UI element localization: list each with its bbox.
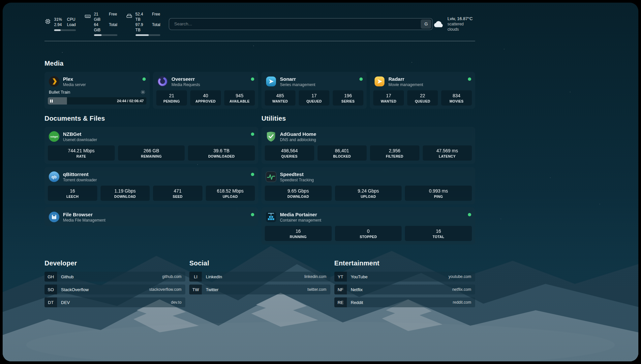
playback-time: 24:44 / 02:06:47	[117, 99, 146, 103]
stat-label: RUNNING	[266, 235, 330, 239]
stat-value: 9.24 Gbps	[336, 188, 401, 194]
stat-value: 21	[158, 93, 186, 98]
bookmark-name: Reddit	[347, 300, 363, 305]
service-card-portainer[interactable]: Media Portainer Container management 16 …	[261, 207, 475, 244]
stats-row: 21 PENDING 40 APPROVED 945 AVAILABLE	[156, 90, 255, 106]
bookmark-name: Github	[57, 274, 74, 279]
header-divider	[45, 41, 475, 41]
service-subtitle: Usenet downloader	[63, 137, 97, 142]
stat-queued: 22 QUEUED	[407, 90, 438, 106]
stat-value: 0	[336, 228, 401, 234]
service-name: NZBGet	[63, 131, 97, 137]
stat-value: 17	[300, 93, 328, 98]
bookmark-name: StackOverflow	[57, 287, 89, 292]
bookmark-dev[interactable]: DT DEV dev.to	[45, 297, 185, 307]
service-card-plex[interactable]: Plex Media server Bullet Train	[45, 72, 150, 109]
status-dot	[142, 77, 146, 81]
stat-value: 47.569 ms	[424, 148, 471, 153]
stat-value: 16	[266, 228, 330, 234]
service-card-radarr[interactable]: Radarr Movie management 17 WANTED 22 QUE…	[370, 72, 475, 109]
disk-progress-fill	[136, 34, 149, 36]
search-bar: G	[169, 18, 433, 30]
service-card-qbittorrent[interactable]: qb qBittorrent Torrent downloader 16	[45, 167, 258, 204]
section-developer: Developer GH Github github.com SO StackO…	[45, 259, 185, 307]
service-name: Overseerr	[171, 76, 200, 82]
stat-value: 485	[266, 93, 294, 98]
stat-label: REMAINING	[119, 154, 184, 158]
stat-value: 17	[375, 93, 403, 98]
status-dot	[468, 77, 471, 81]
plex-icon	[48, 76, 60, 87]
memory-free-value: 21 GiB	[94, 12, 104, 22]
service-subtitle: Media Requests	[171, 82, 200, 87]
service-card-adguard[interactable]: AdGuard Home DNS and adblocking 498,564 …	[261, 127, 475, 164]
sonarr-icon	[265, 76, 277, 87]
bookmark-abbr: DT	[45, 297, 57, 307]
stat-value: 1.19 Gbps	[102, 188, 149, 194]
stat-label: WANTED	[266, 99, 294, 103]
status-dot	[251, 133, 254, 136]
bookmark-stackoverflow[interactable]: SO StackOverflow stackoverflow.com	[45, 285, 185, 294]
service-name: Speedtest	[280, 171, 314, 177]
section-title-documents: Documents & Files	[45, 115, 258, 122]
bookmark-youtube[interactable]: YT YouTube youtube.com	[334, 272, 475, 282]
bookmark-reddit[interactable]: RE Reddit reddit.com	[334, 297, 475, 307]
bookmark-url: dev.to	[171, 300, 186, 305]
bookmark-url: reddit.com	[453, 300, 475, 305]
stat-download: 1.19 Gbps DOWNLOAD	[101, 186, 150, 201]
cpu-icon	[45, 18, 51, 25]
top-bar: 31% CPU 2.94 Load	[45, 12, 475, 36]
stat-value: 9.65 Gbps	[266, 188, 330, 194]
bookmark-abbr: LI	[189, 272, 202, 282]
stat-wanted: 17 WANTED	[373, 90, 404, 106]
stat-value: 196	[334, 93, 362, 98]
settings-icon[interactable]	[140, 90, 145, 95]
bookmark-github[interactable]: GH Github github.com	[45, 272, 185, 282]
service-text: Media Portainer Container management	[280, 212, 321, 223]
bookmark-netflix[interactable]: NF Netflix netflix.com	[334, 285, 475, 294]
card-header: Media Portainer Container management	[265, 211, 472, 223]
stat-label: DOWNLOAD	[266, 195, 330, 198]
service-card-nzbget[interactable]: nzbget NZBGet Usenet downloader 744.21 M…	[45, 127, 258, 164]
service-card-overseerr[interactable]: Overseerr Media Requests 21 PENDING 40 A…	[153, 72, 258, 109]
stat-label: RATE	[49, 154, 113, 158]
stat-label: SERIES	[334, 99, 362, 103]
stat-wanted: 485 WANTED	[265, 90, 295, 106]
stat-value: 0.993 ms	[406, 188, 471, 194]
stat-label: LEECH	[49, 195, 96, 198]
stat-downloaded: 39.6 TB DOWNLOADED	[188, 145, 255, 161]
service-card-sonarr[interactable]: Sonarr Series management 485 WANTED 17 Q…	[261, 72, 367, 109]
service-text: qBittorrent Torrent downloader	[63, 171, 97, 182]
service-subtitle: Media File Management	[63, 218, 106, 223]
service-card-filebrowser[interactable]: File Browser Media File Management	[45, 207, 258, 226]
disk-icon	[126, 13, 133, 19]
disk-label-bottom: Total	[152, 22, 160, 33]
stat-label: UPLOAD	[207, 195, 254, 198]
bookmark-twitter[interactable]: TW Twitter twitter.com	[189, 285, 330, 294]
snow-particles	[3, 3, 3, 3]
bookmark-url: stackoverflow.com	[149, 287, 185, 292]
cpu-progress-bar	[54, 29, 76, 31]
bookmark-abbr: GH	[45, 272, 57, 282]
stat-movies: 834 MOVIES	[441, 90, 472, 106]
service-card-speedtest[interactable]: Speedtest Speedtest Tracking 9.65 Gbps D…	[261, 167, 475, 204]
bookmark-name: LinkedIn	[202, 274, 222, 279]
memory-progress-bar	[94, 34, 117, 36]
stat-value: 40	[192, 93, 220, 98]
service-subtitle: DNS and adblocking	[280, 137, 316, 142]
bookmark-linkedin[interactable]: LI LinkedIn linkedin.com	[189, 272, 330, 282]
section-title-social: Social	[189, 259, 330, 267]
stat-label: DOWNLOADED	[189, 154, 254, 158]
resource-monitors: 31% CPU 2.94 Load	[45, 12, 160, 36]
stat-value: 945	[226, 93, 254, 98]
disk-monitor: 52.4 TB Free 97.9 TB Total	[126, 12, 161, 36]
stat-queries: 498,564 QUERIES	[265, 145, 314, 161]
service-name: Sonarr	[280, 76, 315, 82]
bookmark-name: Netflix	[347, 287, 363, 292]
stat-remaining: 266 GB REMAINING	[118, 145, 185, 161]
stats-row: 16 RUNNING 0 STOPPED 16 TOTAL	[265, 226, 472, 241]
stat-label: QUERIES	[266, 154, 313, 158]
search-provider-google[interactable]: G	[421, 19, 431, 29]
search-input[interactable]	[170, 21, 421, 26]
stat-available: 945 AVAILABLE	[224, 90, 255, 106]
